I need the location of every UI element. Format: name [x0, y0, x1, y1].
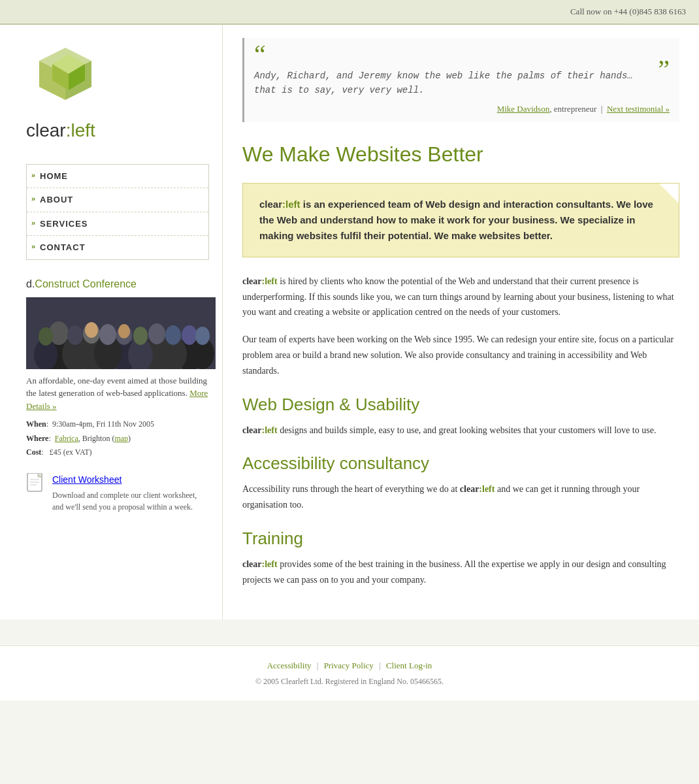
conference-desc: An affordable, one-day event aimed at th… — [26, 374, 209, 413]
testimonial-block: “ ” Andy, Richard, and Jeremy know the w… — [242, 38, 679, 122]
s2-brand-left: left — [482, 484, 495, 494]
logo-text[interactable]: clear:left — [26, 117, 209, 144]
worksheet-text: Client Worksheet Download and complete o… — [52, 473, 209, 513]
svg-point-27 — [165, 325, 181, 345]
event-when: When: 9:30am-4pm, Fri 11th Nov 2005 — [26, 417, 209, 432]
nav-item-services[interactable]: SERVICES — [27, 212, 208, 237]
next-testimonial-link[interactable]: Next testimonial » — [607, 104, 670, 114]
logo-left: left — [71, 120, 95, 140]
svg-point-29 — [195, 327, 210, 345]
section-accessibility-text: Accessibility runs through the heart of … — [242, 482, 679, 513]
svg-point-19 — [39, 327, 53, 346]
footer-login-link[interactable]: Client Log-in — [386, 661, 432, 670]
s3-brand-left: left — [265, 559, 277, 569]
page-headline: We Make Websites Better — [242, 139, 679, 170]
section-accessibility-heading: Accessibility consultancy — [242, 451, 679, 476]
footer-accessibility-link[interactable]: Accessibility — [267, 661, 312, 670]
s2-brand-clear: clear — [460, 484, 480, 494]
para1-text: is hired by clients who know the potenti… — [242, 276, 674, 318]
para1-brand-left: left — [265, 276, 277, 286]
s1-text: designs and builds simple, easy to use, … — [278, 425, 657, 435]
nav-link-home[interactable]: HOME — [27, 165, 208, 188]
nav-item-contact[interactable]: CONTACT — [27, 236, 208, 259]
body-para-1: clear:left is hired by clients who know … — [242, 274, 679, 320]
worksheet-link[interactable]: Client Worksheet — [52, 474, 122, 485]
s2-text-before: Accessibility runs through the heart of … — [242, 484, 460, 494]
logo-graphic — [26, 44, 105, 110]
worksheet-description: Download and complete our client workshe… — [52, 489, 209, 513]
section-training-text: clear:left provides some of the best tra… — [242, 557, 679, 588]
event-details: When: 9:30am-4pm, Fri 11th Nov 2005 Wher… — [26, 417, 209, 460]
nav-link-contact[interactable]: CONTACT — [27, 236, 208, 259]
intro-text: is an experienced team of Web design and… — [259, 199, 653, 241]
intro-box: clear:left is an experienced team of Web… — [242, 183, 679, 257]
conference-image — [26, 297, 216, 369]
intro-brand-left: left — [285, 199, 301, 210]
nav-item-about[interactable]: ABOUT — [27, 188, 208, 212]
footer: Accessibility | Privacy Policy | Client … — [0, 645, 699, 701]
quote-close-icon: ” — [658, 59, 670, 80]
testimonial-quote: Andy, Richard, and Jeremy know the web l… — [254, 69, 670, 98]
s3-brand-clear: clear — [242, 559, 262, 569]
quote-open-icon: “ — [254, 44, 670, 65]
call-prefix: Call now on — [570, 7, 612, 16]
event-cost: Cost: £45 (ex VAT) — [26, 446, 209, 460]
s1-brand-left: left — [265, 425, 277, 435]
testimonial-author-link[interactable]: Mike Davidson — [497, 104, 550, 114]
logo-area: clear:left — [26, 44, 209, 144]
conference-section: d.Construct Conference — [26, 276, 209, 513]
worksheet-title[interactable]: Client Worksheet — [52, 473, 209, 487]
map-link[interactable]: map — [114, 434, 128, 443]
main-nav: HOME ABOUT SERVICES CONTACT — [26, 164, 209, 260]
s3-text: provides some of the best training in th… — [242, 559, 666, 585]
s1-brand-clear: clear — [242, 425, 262, 435]
svg-point-23 — [99, 324, 116, 345]
svg-point-31 — [118, 324, 130, 338]
intro-brand-clear: clear — [259, 199, 282, 210]
nav-item-home[interactable]: HOME — [27, 165, 208, 189]
worksheet-section: Client Worksheet Download and complete o… — [26, 473, 209, 513]
nav-link-about[interactable]: ABOUT — [27, 188, 208, 212]
section-webdesign-text: clear:left designs and builds simple, ea… — [242, 423, 679, 438]
svg-point-30 — [85, 322, 98, 338]
phone-number: +44 (0)845 838 6163 — [614, 7, 686, 16]
nav-link-services[interactable]: SERVICES — [27, 212, 208, 236]
para1-brand-clear: clear — [242, 276, 262, 286]
conference-name: Construct Conference — [35, 278, 137, 289]
body-para-2: Our team of experts have been working on… — [242, 332, 679, 378]
conference-heading: d.Construct Conference — [26, 276, 209, 292]
footer-copyright: © 2005 Clearleft Ltd. Registered in Engl… — [13, 676, 686, 687]
logo-clear: clear — [26, 120, 66, 140]
footer-privacy-link[interactable]: Privacy Policy — [324, 661, 374, 670]
venue-link[interactable]: Fabrica — [55, 434, 78, 443]
section-training-heading: Training — [242, 526, 679, 551]
svg-point-15 — [148, 323, 165, 344]
svg-point-21 — [67, 325, 83, 345]
section-webdesign-heading: Web Design & Usability — [242, 392, 679, 417]
footer-links: Accessibility | Privacy Policy | Client … — [13, 659, 686, 672]
svg-point-25 — [133, 327, 148, 345]
document-icon — [26, 473, 46, 496]
event-where: Where: Fabrica, Brighton (map) — [26, 432, 209, 446]
conference-prefix: d. — [26, 278, 35, 289]
testimonial-attribution: Mike Davidson, entrepreneur | Next testi… — [254, 103, 670, 116]
